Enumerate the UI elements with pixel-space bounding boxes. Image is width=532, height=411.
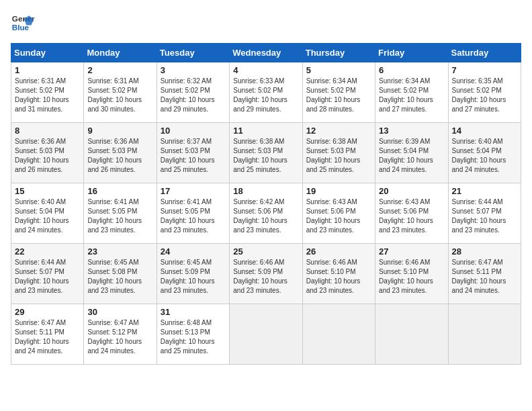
day-info: Sunrise: 6:41 AM Sunset: 5:05 PM Dayligh… [87,197,152,235]
day-info: Sunrise: 6:33 AM Sunset: 5:02 PM Dayligh… [233,77,298,114]
day-info: Sunrise: 6:40 AM Sunset: 5:04 PM Dayligh… [452,137,517,175]
day-number: 30 [87,307,152,317]
day-info: Sunrise: 6:45 AM Sunset: 5:09 PM Dayligh… [161,258,226,295]
day-info: Sunrise: 6:36 AM Sunset: 5:03 PM Dayligh… [87,137,152,175]
table-row: 9Sunrise: 6:36 AM Sunset: 5:03 PM Daylig… [84,123,157,183]
day-number: 23 [87,246,152,257]
day-info: Sunrise: 6:36 AM Sunset: 5:03 PM Dayligh… [15,137,80,175]
table-row [375,304,448,365]
table-row: 27Sunrise: 6:46 AM Sunset: 5:10 PM Dayli… [375,244,448,304]
calendar-table: SundayMondayTuesdayWednesdayThursdayFrid… [11,43,521,365]
day-number: 13 [379,126,444,136]
day-number: 31 [161,307,226,317]
calendar-week-3: 15Sunrise: 6:40 AM Sunset: 5:04 PM Dayli… [11,183,521,244]
table-row: 23Sunrise: 6:45 AM Sunset: 5:08 PM Dayli… [84,244,157,304]
day-header-friday: Friday [375,44,448,62]
day-info: Sunrise: 6:46 AM Sunset: 5:09 PM Dayligh… [233,258,298,295]
day-header-thursday: Thursday [302,44,375,62]
day-number: 20 [379,186,444,196]
day-info: Sunrise: 6:37 AM Sunset: 5:03 PM Dayligh… [161,137,226,175]
day-info: Sunrise: 6:40 AM Sunset: 5:04 PM Dayligh… [15,197,80,235]
table-row: 5Sunrise: 6:34 AM Sunset: 5:02 PM Daylig… [302,62,375,123]
table-row [230,304,302,365]
calendar-week-1: 1Sunrise: 6:31 AM Sunset: 5:02 PM Daylig… [11,62,521,123]
page-header: General Blue [11,11,521,35]
table-row: 15Sunrise: 6:40 AM Sunset: 5:04 PM Dayli… [11,183,84,244]
day-number: 22 [15,246,80,257]
day-number: 10 [161,126,226,136]
day-header-tuesday: Tuesday [157,44,229,62]
day-info: Sunrise: 6:47 AM Sunset: 5:12 PM Dayligh… [87,318,152,356]
day-info: Sunrise: 6:35 AM Sunset: 5:02 PM Dayligh… [452,77,517,114]
table-row: 26Sunrise: 6:46 AM Sunset: 5:10 PM Dayli… [302,244,375,304]
day-number: 5 [306,65,371,75]
table-row: 17Sunrise: 6:41 AM Sunset: 5:05 PM Dayli… [157,183,229,244]
table-row: 25Sunrise: 6:46 AM Sunset: 5:09 PM Dayli… [230,244,302,304]
day-info: Sunrise: 6:46 AM Sunset: 5:10 PM Dayligh… [379,258,444,295]
table-row: 12Sunrise: 6:38 AM Sunset: 5:03 PM Dayli… [302,123,375,183]
day-info: Sunrise: 6:43 AM Sunset: 5:06 PM Dayligh… [379,197,444,235]
day-info: Sunrise: 6:44 AM Sunset: 5:07 PM Dayligh… [452,197,517,235]
calendar-week-2: 8Sunrise: 6:36 AM Sunset: 5:03 PM Daylig… [11,123,521,183]
day-info: Sunrise: 6:44 AM Sunset: 5:07 PM Dayligh… [15,258,80,295]
calendar-week-5: 29Sunrise: 6:47 AM Sunset: 5:11 PM Dayli… [11,304,521,365]
day-number: 21 [452,186,517,196]
day-number: 26 [306,246,371,257]
day-number: 2 [87,65,152,75]
table-row: 18Sunrise: 6:42 AM Sunset: 5:06 PM Dayli… [230,183,302,244]
day-header-monday: Monday [84,44,157,62]
table-row [302,304,375,365]
day-number: 27 [379,246,444,257]
table-row: 24Sunrise: 6:45 AM Sunset: 5:09 PM Dayli… [157,244,229,304]
table-row: 21Sunrise: 6:44 AM Sunset: 5:07 PM Dayli… [448,183,521,244]
day-number: 28 [452,246,517,257]
table-row: 29Sunrise: 6:47 AM Sunset: 5:11 PM Dayli… [11,304,84,365]
day-number: 12 [306,126,371,136]
day-info: Sunrise: 6:34 AM Sunset: 5:02 PM Dayligh… [379,77,444,114]
day-number: 18 [233,186,298,196]
day-info: Sunrise: 6:39 AM Sunset: 5:04 PM Dayligh… [379,137,444,175]
table-row: 19Sunrise: 6:43 AM Sunset: 5:06 PM Dayli… [302,183,375,244]
day-number: 1 [15,65,80,75]
day-number: 16 [87,186,152,196]
table-row: 1Sunrise: 6:31 AM Sunset: 5:02 PM Daylig… [11,62,84,123]
day-number: 14 [452,126,517,136]
day-info: Sunrise: 6:41 AM Sunset: 5:05 PM Dayligh… [161,197,226,235]
table-row: 4Sunrise: 6:33 AM Sunset: 5:02 PM Daylig… [230,62,302,123]
day-number: 11 [233,126,298,136]
day-number: 29 [15,307,80,317]
day-info: Sunrise: 6:43 AM Sunset: 5:06 PM Dayligh… [306,197,371,235]
day-info: Sunrise: 6:47 AM Sunset: 5:11 PM Dayligh… [15,318,80,356]
table-row: 30Sunrise: 6:47 AM Sunset: 5:12 PM Dayli… [84,304,157,365]
table-row: 22Sunrise: 6:44 AM Sunset: 5:07 PM Dayli… [11,244,84,304]
day-number: 8 [15,126,80,136]
day-info: Sunrise: 6:45 AM Sunset: 5:08 PM Dayligh… [87,258,152,295]
table-row: 14Sunrise: 6:40 AM Sunset: 5:04 PM Dayli… [448,123,521,183]
day-number: 19 [306,186,371,196]
table-row: 7Sunrise: 6:35 AM Sunset: 5:02 PM Daylig… [448,62,521,123]
day-number: 3 [161,65,226,75]
day-header-wednesday: Wednesday [230,44,302,62]
day-number: 4 [233,65,298,75]
day-number: 15 [15,186,80,196]
day-info: Sunrise: 6:46 AM Sunset: 5:10 PM Dayligh… [306,258,371,295]
day-number: 17 [161,186,226,196]
table-row [448,304,521,365]
day-info: Sunrise: 6:38 AM Sunset: 5:03 PM Dayligh… [233,137,298,175]
day-info: Sunrise: 6:38 AM Sunset: 5:03 PM Dayligh… [306,137,371,175]
day-header-saturday: Saturday [448,44,521,62]
day-info: Sunrise: 6:31 AM Sunset: 5:02 PM Dayligh… [87,77,152,114]
day-info: Sunrise: 6:48 AM Sunset: 5:13 PM Dayligh… [161,318,226,356]
logo: General Blue [11,11,35,35]
table-row: 10Sunrise: 6:37 AM Sunset: 5:03 PM Dayli… [157,123,229,183]
table-row: 31Sunrise: 6:48 AM Sunset: 5:13 PM Dayli… [157,304,229,365]
table-row: 8Sunrise: 6:36 AM Sunset: 5:03 PM Daylig… [11,123,84,183]
day-info: Sunrise: 6:42 AM Sunset: 5:06 PM Dayligh… [233,197,298,235]
table-row: 3Sunrise: 6:32 AM Sunset: 5:02 PM Daylig… [157,62,229,123]
day-info: Sunrise: 6:31 AM Sunset: 5:02 PM Dayligh… [15,77,80,114]
day-header-sunday: Sunday [11,44,84,62]
table-row: 16Sunrise: 6:41 AM Sunset: 5:05 PM Dayli… [84,183,157,244]
day-number: 24 [161,246,226,257]
day-number: 6 [379,65,444,75]
day-info: Sunrise: 6:32 AM Sunset: 5:02 PM Dayligh… [161,77,226,114]
